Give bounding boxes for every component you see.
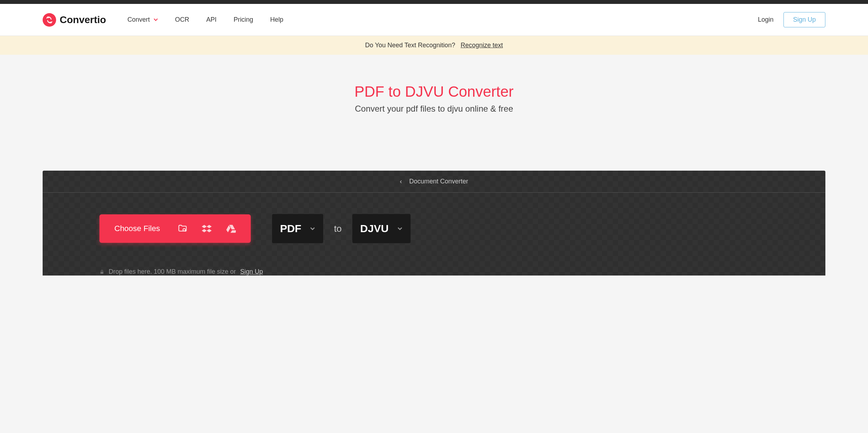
ocr-banner: Do You Need Text Recognition? Recognize … [0,36,868,55]
converter-panel: ‹ Document Converter Choose Files PDF to… [43,171,825,276]
dropzone-text: Drop files here. 100 MB maximum file siz… [109,268,236,276]
nav-convert[interactable]: Convert [128,16,158,23]
signup-button[interactable]: Sign Up [783,12,825,27]
chevron-left-icon[interactable]: ‹ [400,178,402,185]
logo-icon [43,13,56,27]
choose-files-label: Choose Files [114,224,160,233]
nav-ocr[interactable]: OCR [175,16,189,23]
source-icons [178,224,236,234]
page-title: PDF to DJVU Converter [0,83,868,100]
folder-browse-icon[interactable] [178,224,188,234]
nav-api[interactable]: API [206,16,217,23]
to-format-label: DJVU [360,223,389,235]
hero-section: PDF to DJVU Converter Convert your pdf f… [0,55,868,171]
to-format-select[interactable]: DJVU [352,214,411,243]
to-label: to [334,223,342,234]
chevron-down-icon [397,226,403,231]
nav-pricing[interactable]: Pricing [234,16,253,23]
nav-help[interactable]: Help [270,16,283,23]
google-drive-icon[interactable] [226,224,236,234]
dropzone-signup-link[interactable]: Sign Up [240,268,263,276]
lock-icon [99,269,104,274]
logo[interactable]: Convertio [43,13,106,27]
banner-text: Do You Need Text Recognition? [365,42,455,49]
dropbox-icon[interactable] [202,224,212,234]
main-header: Convertio Convert OCR API Pricing Help L… [0,4,868,36]
banner-link[interactable]: Recognize text [461,42,503,49]
chevron-down-icon [310,226,315,231]
brand-text: Convertio [60,14,106,26]
auth-nav: Login Sign Up [758,12,825,27]
from-format-label: PDF [280,223,301,235]
panel-header: ‹ Document Converter [43,171,825,193]
page-subtitle: Convert your pdf files to djvu online & … [0,104,868,114]
panel-body: Choose Files PDF to DJVU [43,193,825,257]
breadcrumb-label[interactable]: Document Converter [409,178,468,185]
svg-rect-1 [101,272,103,274]
primary-nav: Convert OCR API Pricing Help [128,16,758,23]
chevron-down-icon [153,17,158,22]
dropzone-hint: Drop files here. 100 MB maximum file siz… [43,268,825,276]
nav-convert-label: Convert [128,16,150,23]
choose-files-button[interactable]: Choose Files [99,214,251,243]
choose-files-group: Choose Files [99,214,251,243]
format-row: PDF to DJVU [272,214,411,243]
login-link[interactable]: Login [758,16,774,23]
browser-chrome-strip [0,0,868,4]
from-format-select[interactable]: PDF [272,214,323,243]
